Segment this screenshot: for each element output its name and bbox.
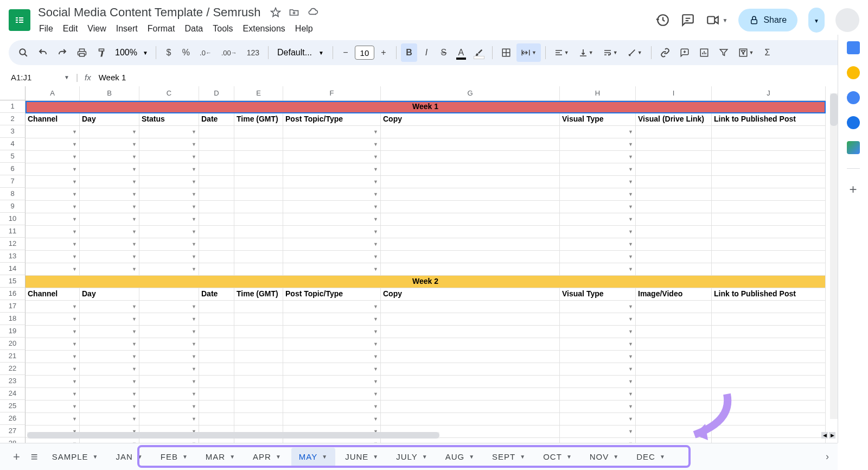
- cell[interactable]: ▼: [25, 201, 80, 213]
- cell[interactable]: ▼: [560, 238, 636, 251]
- dropdown-arrow-icon[interactable]: ▼: [373, 179, 378, 185]
- dropdown-arrow-icon[interactable]: ▼: [132, 192, 137, 197]
- increase-decimal-icon[interactable]: .00→: [217, 45, 241, 61]
- dropdown-arrow-icon[interactable]: ▼: [192, 142, 196, 147]
- cell[interactable]: [199, 151, 234, 163]
- cell[interactable]: ▼: [25, 376, 80, 388]
- menu-file[interactable]: File: [35, 22, 58, 36]
- cell[interactable]: ▼: [25, 388, 80, 401]
- cell[interactable]: ▼: [139, 376, 199, 388]
- cell[interactable]: [199, 213, 234, 226]
- col-header-I[interactable]: I: [636, 86, 712, 100]
- sheet-tab-july[interactable]: JULY▼: [388, 448, 435, 466]
- cell[interactable]: [712, 176, 826, 188]
- currency-icon[interactable]: $: [161, 43, 177, 62]
- cell[interactable]: [199, 413, 234, 425]
- dropdown-arrow-icon[interactable]: ▼: [72, 204, 77, 209]
- percent-icon[interactable]: %: [178, 43, 194, 62]
- dropdown-arrow-icon[interactable]: ▼: [132, 304, 137, 309]
- cell[interactable]: ▼: [139, 388, 199, 401]
- cell[interactable]: [199, 263, 234, 276]
- user-avatar[interactable]: [835, 8, 859, 32]
- dropdown-arrow-icon[interactable]: ▼: [373, 329, 378, 334]
- dropdown-arrow-icon[interactable]: ▼: [373, 229, 378, 234]
- dropdown-arrow-icon[interactable]: ▼: [628, 329, 633, 334]
- cell[interactable]: [381, 401, 560, 413]
- dropdown-arrow-icon[interactable]: ▼: [373, 391, 378, 397]
- cell[interactable]: [234, 238, 283, 251]
- cell[interactable]: [381, 251, 560, 263]
- cell[interactable]: ▼: [139, 226, 199, 238]
- cell[interactable]: ▼: [139, 251, 199, 263]
- row-header-26[interactable]: 26: [0, 412, 25, 425]
- dropdown-arrow-icon[interactable]: ▼: [132, 354, 137, 359]
- dropdown-arrow-icon[interactable]: ▼: [373, 266, 378, 272]
- row-header-25[interactable]: 25: [0, 400, 25, 412]
- cell[interactable]: ▼: [283, 238, 381, 251]
- dropdown-arrow-icon[interactable]: ▼: [373, 142, 378, 147]
- cell[interactable]: Time (GMT): [234, 288, 283, 301]
- cell[interactable]: ▼: [139, 338, 199, 351]
- col-header-F[interactable]: F: [283, 86, 381, 100]
- dropdown-arrow-icon[interactable]: ▼: [192, 404, 196, 409]
- cell[interactable]: [234, 151, 283, 163]
- cell[interactable]: [636, 388, 712, 401]
- sheet-tab-dec[interactable]: DEC▼: [629, 448, 673, 466]
- dropdown-arrow-icon[interactable]: ▼: [628, 316, 633, 322]
- dropdown-arrow-icon[interactable]: ▼: [192, 179, 196, 185]
- cell[interactable]: ▼: [139, 201, 199, 213]
- text-color-icon[interactable]: A: [453, 43, 469, 62]
- dropdown-arrow-icon[interactable]: ▼: [192, 167, 196, 172]
- row-header-1[interactable]: 1: [0, 100, 25, 113]
- cell[interactable]: ▼: [80, 413, 139, 425]
- cell[interactable]: [381, 388, 560, 401]
- zoom-select[interactable]: 100%▼: [112, 48, 151, 58]
- cell[interactable]: ▼: [139, 163, 199, 176]
- row-header-15[interactable]: 15: [0, 275, 25, 288]
- insert-comment-icon[interactable]: [675, 43, 694, 62]
- row-header-27[interactable]: 27: [0, 425, 25, 437]
- filter-icon[interactable]: [714, 43, 733, 62]
- sheet-tab-dropdown-icon[interactable]: ▼: [660, 454, 666, 460]
- cell[interactable]: ▼: [80, 326, 139, 338]
- dropdown-arrow-icon[interactable]: ▼: [192, 304, 196, 309]
- dropdown-arrow-icon[interactable]: ▼: [192, 391, 196, 397]
- sheet-tab-sept[interactable]: SEPT▼: [484, 448, 533, 466]
- cell[interactable]: ▼: [25, 188, 80, 201]
- cell[interactable]: ▼: [80, 301, 139, 313]
- cell[interactable]: ▼: [283, 401, 381, 413]
- cell[interactable]: ▼: [25, 351, 80, 363]
- cell[interactable]: [234, 226, 283, 238]
- cell[interactable]: ▼: [560, 376, 636, 388]
- cell[interactable]: Visual (Drive Link): [636, 113, 712, 126]
- dropdown-arrow-icon[interactable]: ▼: [192, 266, 196, 272]
- redo-icon[interactable]: [53, 43, 72, 62]
- history-icon[interactable]: [656, 13, 670, 27]
- cell[interactable]: Channel: [25, 113, 80, 126]
- vertical-scrollbar[interactable]: [830, 93, 838, 419]
- cell[interactable]: ▼: [25, 413, 80, 425]
- cell[interactable]: [381, 363, 560, 376]
- dropdown-arrow-icon[interactable]: ▼: [132, 341, 137, 347]
- dropdown-arrow-icon[interactable]: ▼: [72, 354, 77, 359]
- cell[interactable]: ▼: [560, 313, 636, 326]
- cell[interactable]: [712, 163, 826, 176]
- dropdown-arrow-icon[interactable]: ▼: [628, 154, 633, 160]
- cell[interactable]: [234, 326, 283, 338]
- cell[interactable]: [712, 413, 826, 425]
- dropdown-arrow-icon[interactable]: ▼: [373, 242, 378, 247]
- menu-data[interactable]: Data: [180, 22, 207, 36]
- dropdown-arrow-icon[interactable]: ▼: [628, 204, 633, 209]
- cell[interactable]: [199, 251, 234, 263]
- cell[interactable]: [199, 138, 234, 151]
- dropdown-arrow-icon[interactable]: ▼: [72, 167, 77, 172]
- cell[interactable]: ▼: [25, 151, 80, 163]
- row-header-22[interactable]: 22: [0, 363, 25, 375]
- cell[interactable]: [199, 201, 234, 213]
- cell[interactable]: [199, 176, 234, 188]
- col-header-C[interactable]: C: [139, 86, 199, 100]
- cell[interactable]: [199, 388, 234, 401]
- cell[interactable]: ▼: [560, 188, 636, 201]
- cell[interactable]: [712, 313, 826, 326]
- dropdown-arrow-icon[interactable]: ▼: [132, 316, 137, 322]
